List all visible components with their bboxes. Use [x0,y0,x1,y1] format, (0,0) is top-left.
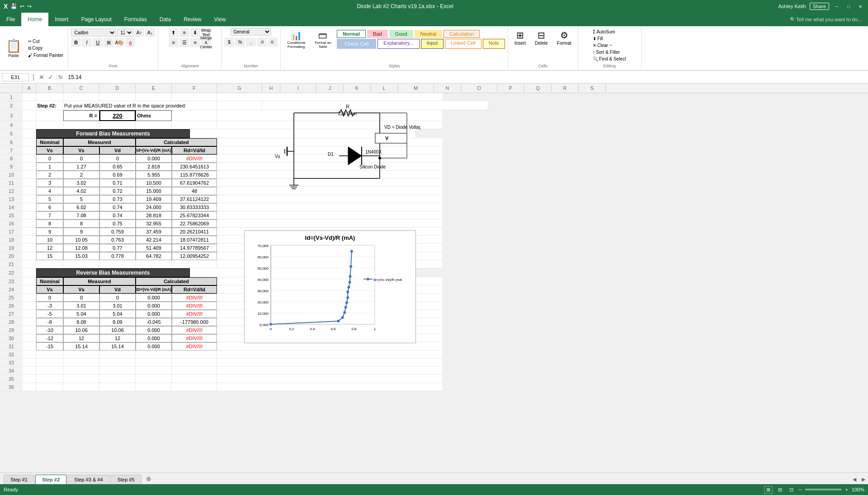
cell-D34[interactable] [99,367,136,375]
align-right-btn[interactable]: ≡ [190,38,200,47]
col-header-D[interactable]: D [99,84,136,93]
cell-E35[interactable] [136,375,172,383]
cell-F33[interactable] [172,359,217,367]
number-format-select[interactable]: General [231,28,271,36]
cell-F10[interactable]: 115.8778626 [172,171,217,179]
cell-B19[interactable]: 12 [36,244,63,252]
cell-B28[interactable]: -8 [36,318,63,326]
cell-E17[interactable]: 37.459 [136,228,172,236]
style-explanatory[interactable]: Explanatory... [377,39,419,49]
cell-A1[interactable] [23,93,36,101]
cell-B33[interactable] [36,359,63,367]
cell-C23[interactable]: Measured [63,277,136,285]
cell-G34[interactable] [217,367,443,375]
cell-A19[interactable] [23,244,36,252]
cell-A14[interactable] [23,203,36,211]
col-header-M[interactable]: M [398,84,434,93]
cell-B24[interactable]: Vs [36,285,63,294]
cell-E11[interactable]: 10.500 [136,179,172,187]
cell-F36[interactable] [172,383,217,391]
col-header-G[interactable]: G [217,84,262,93]
cell-reference-box[interactable] [2,73,29,81]
cell-E30[interactable]: 0.000 [136,334,172,342]
row-header-11[interactable]: 11 [0,179,23,187]
page-layout-view-btn[interactable]: ⊟ [776,486,784,493]
tell-me-input[interactable]: 🔍 Tell me what you want to do... [783,13,868,26]
row-header-36[interactable]: 36 [0,383,23,391]
cell-A11[interactable] [23,179,36,187]
align-center-btn[interactable]: ☰ [179,38,189,47]
cell-C26[interactable]: 3.01 [63,302,99,310]
cell-A36[interactable] [23,383,36,391]
cell-B3[interactable] [36,110,63,121]
cell-G33[interactable] [217,359,443,367]
cell-C1[interactable] [63,93,99,101]
cell-A31[interactable] [23,342,36,350]
cell-G32[interactable] [217,350,443,359]
cell-C25[interactable]: 0 [63,294,99,302]
row-header-24[interactable]: 24 [0,285,23,294]
tab-formulas[interactable]: Formulas [118,13,153,26]
delete-cells-btn[interactable]: ⊟ Delete [532,29,551,47]
cell-E36[interactable] [136,383,172,391]
cell-B27[interactable]: -5 [36,310,63,318]
cell-A24[interactable] [23,285,36,294]
col-header-S[interactable]: S [579,84,606,93]
row-header-34[interactable]: 34 [0,367,23,375]
cell-C16[interactable]: 8 [63,219,99,228]
cut-button[interactable]: ✂ Cut [26,38,65,44]
cell-A23[interactable] [23,277,36,285]
font-size-select[interactable]: 12 [117,28,133,37]
align-left-btn[interactable]: ≡ [169,38,179,47]
cell-E20[interactable]: 64.782 [136,252,172,260]
align-bottom-btn[interactable]: ⬇ [190,28,200,37]
cell-A4[interactable] [23,121,36,129]
cell-F1[interactable] [172,93,217,101]
col-header-R[interactable]: R [552,84,579,93]
cell-D9[interactable]: 0.65 [99,163,136,171]
minimize-btn[interactable]: ─ [833,2,841,10]
autosum-btn[interactable]: Σ AutoSum [591,29,627,35]
row-header-12[interactable]: 12 [0,187,23,195]
zoom-in-btn[interactable]: + [845,487,848,492]
cell-A26[interactable] [23,302,36,310]
cell-C31[interactable]: 15.14 [63,342,99,350]
row-header-21[interactable]: 21 [0,260,23,268]
row-header-35[interactable]: 35 [0,375,23,383]
cell-E27[interactable]: 0.000 [136,310,172,318]
tab-view[interactable]: View [208,13,232,26]
cell-D18[interactable]: 0.763 [99,236,136,244]
cell-C20[interactable]: 15.03 [63,252,99,260]
cell-D33[interactable] [99,359,136,367]
row-header-31[interactable]: 31 [0,342,23,350]
align-middle-btn[interactable]: ≡ [179,28,189,37]
cell-B10[interactable]: 2 [36,171,63,179]
col-header-P[interactable]: P [497,84,524,93]
cell-C11[interactable]: 3.02 [63,179,99,187]
quick-undo-icon[interactable]: ↩ [20,3,24,9]
cell-A32[interactable] [23,350,36,359]
format-as-table-btn[interactable]: 🗃 Format asTable [310,28,335,51]
cell-A6[interactable] [23,138,36,146]
cell-C6[interactable]: Measured [63,138,136,146]
cell-E33[interactable] [136,359,172,367]
tab-step5[interactable]: Step #5 [111,475,142,484]
cell-A30[interactable] [23,334,36,342]
underline-button[interactable]: U [93,38,103,47]
cell-E29[interactable]: 0.000 [136,326,172,334]
cell-D19[interactable]: 0.77 [99,244,136,252]
row-header-23[interactable]: 23 [0,277,23,285]
cell-E8[interactable]: 0.000 [136,154,172,163]
row-header-3[interactable]: 3 [0,110,23,121]
cell-B25[interactable]: 0 [36,294,63,302]
cell-C33[interactable] [63,359,99,367]
col-header-C[interactable]: C [63,84,99,93]
cell-F21[interactable] [172,260,217,268]
page-break-view-btn[interactable]: ⊡ [788,486,795,493]
add-sheet-btn[interactable]: ⊕ [142,473,155,484]
cell-C12[interactable]: 4.02 [63,187,99,195]
maximize-btn[interactable]: □ [844,2,853,10]
share-button[interactable]: Share [810,3,829,10]
find-select-btn[interactable]: 🔍 Find & Select [591,56,627,62]
cell-D31[interactable]: 15.14 [99,342,136,350]
